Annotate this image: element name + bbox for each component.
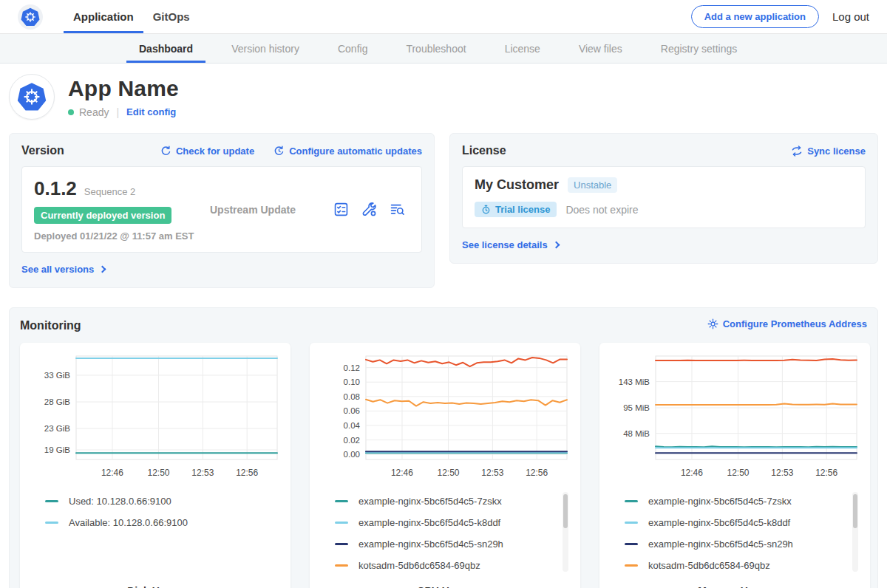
customer-name: My Customer (475, 177, 559, 193)
charts-row: 19 GiB23 GiB28 GiB33 GiB12:4612:5012:531… (20, 343, 867, 588)
legend-color-dash (625, 564, 638, 567)
legend-label: example-nginx-5bc6f5d4c5-7zskx (648, 496, 792, 507)
legend-scrollbar-thumb[interactable] (563, 494, 568, 528)
svg-text:12:46: 12:46 (101, 468, 123, 478)
navbar-tab-gitops-label: GitOps (153, 10, 190, 23)
check-for-update-link[interactable]: Check for update (160, 146, 254, 157)
subnav-tab-config[interactable]: Config (325, 34, 380, 63)
legend-item: Available: 10.128.0.66:9100 (45, 512, 282, 533)
status-text: Ready (79, 106, 109, 118)
monitoring-heading: Monitoring (20, 319, 81, 332)
svg-text:33 GiB: 33 GiB (44, 371, 70, 380)
legend-item: example-nginx-5bc6f5d4c5-7zskx (625, 490, 861, 512)
legend-scrollbar[interactable] (563, 492, 568, 572)
svg-text:12:56: 12:56 (236, 468, 258, 478)
trial-license-badge: Trial license (475, 202, 557, 217)
version-sequence: Sequence 2 (84, 186, 135, 197)
memory-usage-chart-card: 48 MiB95 MiB143 MiB12:4612:5012:5312:56 … (599, 343, 870, 588)
svg-text:12:53: 12:53 (481, 468, 503, 478)
cpu-usage-chart-card: 0.000.020.040.060.080.100.1212:4612:5012… (310, 343, 580, 588)
legend-item: kotsadm-5db6dc6584-69qbz (335, 555, 571, 576)
legend-label: Used: 10.128.0.66:9100 (69, 496, 171, 507)
subnav-tab-registry-settings[interactable]: Registry settings (648, 34, 750, 63)
configure-automatic-updates-label: Configure automatic updates (289, 146, 422, 157)
check-for-update-label: Check for update (176, 146, 254, 157)
kubernetes-app-icon (17, 82, 47, 112)
subnav-tab-view-files[interactable]: View files (566, 34, 635, 63)
divider: | (116, 106, 119, 118)
svg-text:0.00: 0.00 (344, 450, 360, 459)
view-diff-icon[interactable] (390, 202, 405, 217)
release-notes-icon[interactable] (333, 202, 349, 217)
page-title: App Name (68, 76, 179, 101)
edit-config-link[interactable]: Edit config (126, 106, 176, 117)
svg-text:12:56: 12:56 (526, 468, 548, 478)
svg-text:23 GiB: 23 GiB (44, 424, 70, 433)
svg-text:12:53: 12:53 (771, 468, 793, 478)
legend-label: example-nginx-5bc6f5d4c5-sn29h (358, 539, 503, 550)
stopwatch-icon (481, 205, 491, 214)
svg-text:0.02: 0.02 (344, 436, 360, 445)
legend-label: example-nginx-5bc6f5d4c5-sn29h (648, 539, 793, 550)
chevron-right-icon (552, 242, 560, 249)
legend-scrollbar[interactable] (852, 492, 858, 572)
svg-text:0.06: 0.06 (344, 406, 360, 415)
legend-label: example-nginx-5bc6f5d4c5-7zskx (358, 496, 502, 507)
version-heading: Version (21, 144, 64, 157)
navbar-tab-application[interactable]: Application (64, 0, 143, 33)
channel-badge: Unstable (568, 177, 617, 193)
see-all-versions-label: See all versions (21, 264, 94, 275)
configure-prometheus-label: Configure Prometheus Address (723, 318, 867, 329)
svg-text:12:50: 12:50 (727, 468, 750, 478)
edit-config-wrench-icon[interactable] (361, 202, 377, 217)
svg-text:12:56: 12:56 (815, 468, 837, 478)
svg-text:95 MiB: 95 MiB (623, 403, 650, 412)
legend-label: kotsadm-5db6dc6584-69qbz (358, 560, 480, 571)
see-license-details-label: See license details (462, 239, 548, 250)
legend-item: example-nginx-5bc6f5d4c5-7zskx (335, 490, 571, 512)
status-ready-dot (68, 109, 74, 115)
legend-item: kotsadm-5db6dc6584-69qbz (625, 555, 861, 576)
trial-license-label: Trial license (495, 204, 550, 215)
subnav-tab-version-history[interactable]: Version history (219, 34, 312, 63)
see-license-details-link[interactable]: See license details (462, 239, 559, 250)
see-all-versions-link[interactable]: See all versions (21, 264, 105, 275)
logout-button[interactable]: Log out (832, 10, 869, 23)
auto-update-clock-icon (273, 146, 285, 157)
svg-text:12:50: 12:50 (148, 468, 170, 478)
navbar-tab-application-label: Application (73, 10, 134, 23)
sync-arrows-icon (791, 146, 803, 157)
svg-text:12:53: 12:53 (191, 468, 214, 478)
configure-automatic-updates-link[interactable]: Configure automatic updates (273, 146, 422, 157)
sync-license-link[interactable]: Sync license (791, 146, 866, 157)
svg-text:143 MiB: 143 MiB (619, 377, 650, 386)
license-card: License Sync license My Customer Unstabl… (449, 133, 878, 264)
subnav-tab-license[interactable]: License (492, 34, 553, 63)
legend-color-dash (335, 564, 348, 567)
svg-text:0.08: 0.08 (344, 392, 360, 401)
legend-color-dash (45, 522, 58, 524)
sync-license-label: Sync license (807, 146, 866, 157)
svg-text:0.10: 0.10 (344, 377, 360, 386)
add-application-button[interactable]: Add a new application (691, 5, 819, 28)
legend-color-dash (625, 522, 638, 524)
legend-item: example-nginx-5bc6f5d4c5-sn29h (625, 533, 861, 555)
legend-item: example-nginx-5bc6f5d4c5-sn29h (335, 533, 571, 555)
chevron-right-icon (99, 266, 106, 273)
navbar-tab-gitops[interactable]: GitOps (143, 0, 200, 33)
svg-text:12:46: 12:46 (391, 468, 413, 478)
svg-text:12:46: 12:46 (681, 468, 703, 478)
subnav-tab-troubleshoot[interactable]: Troubleshoot (393, 34, 478, 63)
subnav-tab-dashboard[interactable]: Dashboard (126, 34, 205, 63)
legend-label: Available: 10.128.0.66:9100 (69, 517, 188, 528)
svg-text:48 MiB: 48 MiB (623, 429, 650, 438)
license-heading: License (462, 144, 506, 157)
current-version-box: 0.1.2 Sequence 2 Currently deployed vers… (21, 166, 422, 253)
legend-scrollbar-thumb[interactable] (853, 494, 857, 528)
legend-color-dash (335, 522, 348, 524)
svg-text:0.04: 0.04 (344, 421, 361, 430)
legend-label: example-nginx-5bc6f5d4c5-k8ddf (648, 517, 790, 528)
configure-prometheus-link[interactable]: Configure Prometheus Address (707, 318, 867, 329)
legend-item: Used: 10.128.0.66:9100 (45, 490, 282, 512)
legend-color-dash (335, 500, 348, 502)
